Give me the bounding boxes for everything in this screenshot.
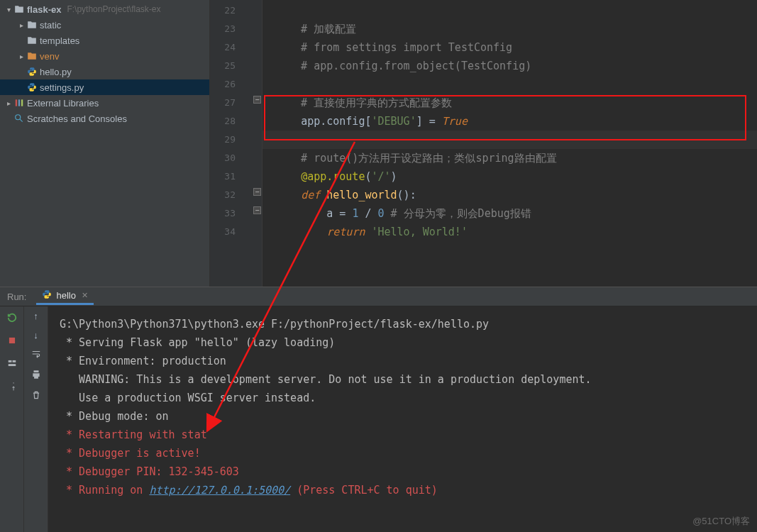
code-editor[interactable]: 22232425262728293031323334 − − − # 加载配置 … [210,0,757,287]
run-tab-label: hello [56,290,75,301]
project-root[interactable]: ▾ flask-ex F:\pythonProject\flask-ex [0,1,209,17]
tree-item-label: settings.py [40,82,84,93]
chevron-icon[interactable]: ▸ [17,52,26,60]
svg-rect-4 [9,338,14,343]
svg-rect-5 [8,360,11,362]
tree-item-label: hello.py [40,67,72,77]
chevron-right-icon[interactable]: ▸ [4,99,13,107]
pyfile-icon [26,82,38,92]
project-sidebar[interactable]: ▾ flask-ex F:\pythonProject\flask-ex ▸st… [0,0,210,287]
svg-rect-0 [16,99,17,106]
stop-button[interactable] [5,333,19,348]
pin-button[interactable] [5,379,19,393]
down-arrow-button[interactable]: ↓ [33,330,38,340]
layout-button[interactable] [5,356,19,370]
run-panel: ↑ ↓ G:\Python3\Python371\python3.exe F:/… [0,306,757,532]
external-libraries-label: External Libraries [27,98,99,109]
tree-item[interactable]: ▸static [0,17,209,33]
scratches-label: Scratches and Consoles [27,113,127,124]
watermark: @51CTO博客 [692,515,750,528]
tree-item[interactable]: templates [0,33,209,48]
print-button[interactable] [31,370,41,382]
console-output[interactable]: G:\Python3\Python371\python3.exe F:/pyth… [48,306,757,532]
up-arrow-button[interactable]: ↑ [33,311,38,321]
line-number-gutter[interactable]: 22232425262728293031323334 [210,0,253,287]
wrap-button[interactable] [31,349,41,361]
project-name: flask-ex [27,4,61,15]
scratches-consoles[interactable]: Scratches and Consoles [0,111,209,126]
pyfile-icon [26,67,38,77]
tree-item[interactable]: hello.py [0,64,209,79]
svg-rect-1 [18,99,20,106]
run-panel-label: Run: [7,292,26,302]
tree-item-label: static [40,20,61,31]
svg-rect-2 [21,99,23,106]
scratches-icon [13,113,26,123]
run-tab[interactable]: hello ✕ [36,288,93,305]
folder-icon [26,35,38,45]
fold-marker-icon[interactable]: − [253,188,261,196]
folder-icon [26,20,38,30]
folder-icon [13,4,26,14]
chevron-icon[interactable]: ▸ [17,21,26,29]
tree-item[interactable]: ▸venv [0,48,209,64]
close-icon[interactable]: ✕ [82,291,88,300]
trash-button[interactable] [31,390,41,402]
external-libraries[interactable]: ▸ External Libraries [0,95,209,111]
rerun-button[interactable] [5,311,19,325]
chevron-down-icon[interactable]: ▾ [4,6,13,13]
run-toolbar-primary [0,306,24,532]
svg-rect-7 [8,364,16,366]
fold-column[interactable]: − − − [253,0,263,287]
tree-item-label: venv [40,51,59,62]
libraries-icon [13,98,26,108]
python-icon [42,289,52,301]
folder-icon [26,51,38,61]
run-panel-header[interactable]: Run: hello ✕ [0,287,757,306]
svg-point-3 [16,115,21,120]
code-area[interactable]: # 加载配置 # from settings import TestConfig… [263,0,757,287]
fold-marker-icon[interactable]: − [253,96,261,104]
fold-marker-icon[interactable]: − [253,206,261,214]
tree-item-label: templates [40,35,79,46]
tree-item[interactable]: settings.py [0,79,209,95]
svg-rect-6 [12,360,16,362]
run-toolbar-secondary: ↑ ↓ [24,306,48,532]
project-path: F:\pythonProject\flask-ex [67,4,160,14]
